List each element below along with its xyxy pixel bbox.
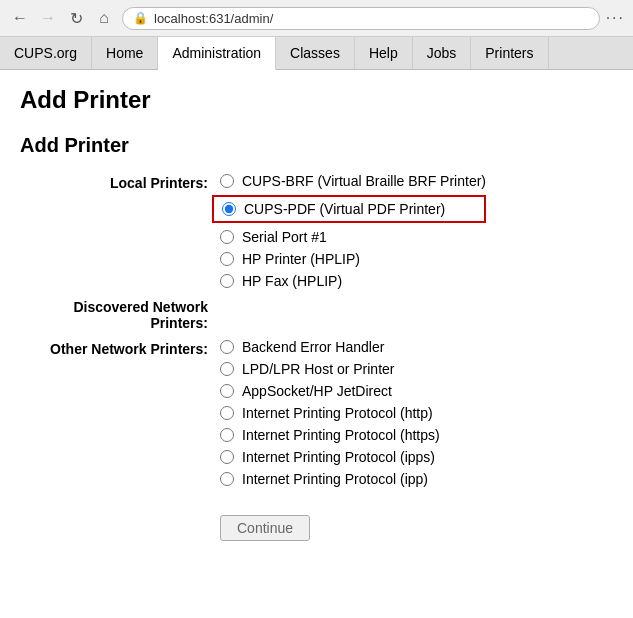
label-backend-error: Backend Error Handler	[242, 339, 384, 355]
radio-ipp-http[interactable]	[220, 406, 234, 420]
label-cups-brf: CUPS-BRF (Virtual Braille BRF Printer)	[242, 173, 486, 189]
nav-buttons: ← → ↻ ⌂	[8, 6, 116, 30]
section-title: Add Printer	[20, 134, 613, 157]
other-network-label: Other Network Printers:	[20, 339, 220, 357]
option-ipp-https[interactable]: Internet Printing Protocol (https)	[220, 427, 440, 443]
option-ipp-ipp[interactable]: Internet Printing Protocol (ipp)	[220, 471, 440, 487]
other-network-group: Other Network Printers: Backend Error Ha…	[20, 339, 613, 487]
browser-menu-button[interactable]: ···	[606, 9, 625, 27]
lock-icon: 🔒	[133, 11, 148, 25]
label-hp-printer: HP Printer (HPLIP)	[242, 251, 360, 267]
nav-administration[interactable]: Administration	[158, 37, 276, 70]
radio-appsocket[interactable]	[220, 384, 234, 398]
label-hp-fax: HP Fax (HPLIP)	[242, 273, 342, 289]
radio-ipp-ipp[interactable]	[220, 472, 234, 486]
discovered-network-label: Discovered Network Printers:	[20, 297, 220, 331]
local-printers-label: Local Printers:	[20, 173, 220, 191]
option-ipp-http[interactable]: Internet Printing Protocol (http)	[220, 405, 440, 421]
label-appsocket: AppSocket/HP JetDirect	[242, 383, 392, 399]
radio-ipp-ipps[interactable]	[220, 450, 234, 464]
label-serial-port: Serial Port #1	[242, 229, 327, 245]
nav-help[interactable]: Help	[355, 37, 413, 69]
option-hp-printer[interactable]: HP Printer (HPLIP)	[220, 251, 486, 267]
label-ipp-https: Internet Printing Protocol (https)	[242, 427, 440, 443]
label-lpd-lpr: LPD/LPR Host or Printer	[242, 361, 395, 377]
radio-backend-error[interactable]	[220, 340, 234, 354]
discovered-network-group: Discovered Network Printers:	[20, 297, 613, 331]
other-network-options: Backend Error Handler LPD/LPR Host or Pr…	[220, 339, 440, 487]
radio-hp-fax[interactable]	[220, 274, 234, 288]
browser-chrome: ← → ↻ ⌂ 🔒 localhost:631/admin/ ···	[0, 0, 633, 37]
forward-button[interactable]: →	[36, 6, 60, 30]
page-title: Add Printer	[20, 86, 613, 114]
label-ipp-ipps: Internet Printing Protocol (ipps)	[242, 449, 435, 465]
back-button[interactable]: ←	[8, 6, 32, 30]
local-printers-group: Local Printers: CUPS-BRF (Virtual Braill…	[20, 173, 613, 289]
option-lpd-lpr[interactable]: LPD/LPR Host or Printer	[220, 361, 440, 377]
nav-cups-org[interactable]: CUPS.org	[0, 37, 92, 69]
radio-cups-brf[interactable]	[220, 174, 234, 188]
nav-classes[interactable]: Classes	[276, 37, 355, 69]
reload-button[interactable]: ↻	[64, 6, 88, 30]
nav-jobs[interactable]: Jobs	[413, 37, 472, 69]
label-ipp-ipp: Internet Printing Protocol (ipp)	[242, 471, 428, 487]
page-content: Add Printer Add Printer Local Printers: …	[0, 70, 633, 557]
option-appsocket[interactable]: AppSocket/HP JetDirect	[220, 383, 440, 399]
option-cups-brf[interactable]: CUPS-BRF (Virtual Braille BRF Printer)	[220, 173, 486, 189]
url-text: localhost:631/admin/	[154, 11, 589, 26]
option-ipp-ipps[interactable]: Internet Printing Protocol (ipps)	[220, 449, 440, 465]
option-hp-fax[interactable]: HP Fax (HPLIP)	[220, 273, 486, 289]
label-ipp-http: Internet Printing Protocol (http)	[242, 405, 433, 421]
radio-ipp-https[interactable]	[220, 428, 234, 442]
option-cups-pdf[interactable]: CUPS-PDF (Virtual PDF Printer)	[212, 195, 486, 223]
continue-button[interactable]: Continue	[220, 515, 310, 541]
option-serial-port[interactable]: Serial Port #1	[220, 229, 486, 245]
radio-hp-printer[interactable]	[220, 252, 234, 266]
nav-bar: CUPS.org Home Administration Classes Hel…	[0, 37, 633, 70]
option-backend-error[interactable]: Backend Error Handler	[220, 339, 440, 355]
radio-lpd-lpr[interactable]	[220, 362, 234, 376]
home-button[interactable]: ⌂	[92, 6, 116, 30]
nav-printers[interactable]: Printers	[471, 37, 548, 69]
local-printers-options: CUPS-BRF (Virtual Braille BRF Printer) C…	[220, 173, 486, 289]
nav-home[interactable]: Home	[92, 37, 158, 69]
radio-serial-port[interactable]	[220, 230, 234, 244]
radio-cups-pdf[interactable]	[222, 202, 236, 216]
address-bar[interactable]: 🔒 localhost:631/admin/	[122, 7, 600, 30]
label-cups-pdf: CUPS-PDF (Virtual PDF Printer)	[244, 201, 445, 217]
